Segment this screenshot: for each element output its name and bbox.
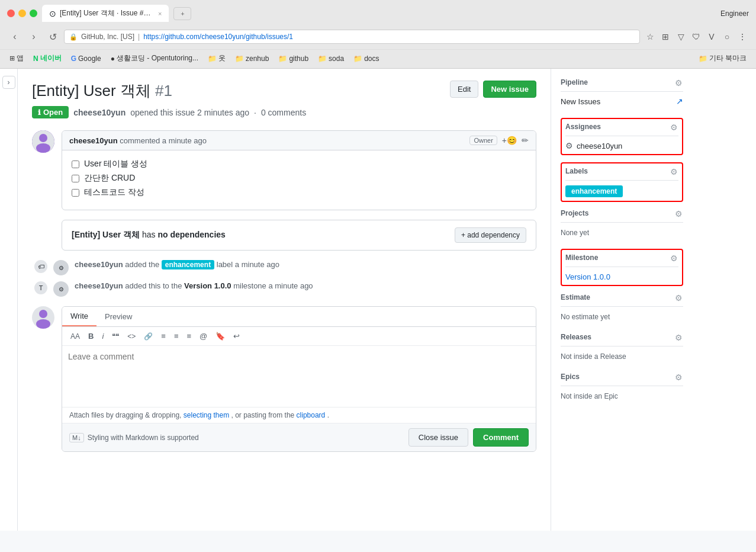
commenter-avatar <box>32 130 54 153</box>
releases-header: Releases ⚙ <box>561 333 683 346</box>
assignees-gear-icon[interactable]: ⚙ <box>670 123 678 131</box>
checkbox-label-1: User 테이블 생성 <box>84 159 147 169</box>
comment-textarea[interactable] <box>68 352 530 399</box>
releases-value: Not inside a Release <box>561 352 626 361</box>
toolbar-bold-btn[interactable]: B <box>86 330 96 342</box>
label-activity-avatar: ⚙ <box>53 260 69 275</box>
add-reaction-btn[interactable]: +😊 <box>502 136 517 145</box>
forward-btn[interactable]: › <box>26 29 41 44</box>
issue-comments: 0 comments <box>261 108 306 117</box>
svg-point-1 <box>39 134 47 142</box>
add-dependency-btn[interactable]: + add dependency <box>455 227 526 243</box>
enhancement-label-chip: enhancement <box>162 260 214 269</box>
lock-icon: 🔒 <box>69 33 78 41</box>
main-content: [Entity] User 객체 #1 Edit New issue ℹ Ope… <box>18 69 551 531</box>
checkbox-3[interactable] <box>72 189 79 197</box>
write-tabs: Write Preview <box>62 307 536 327</box>
shield-icon[interactable]: 🛡 <box>690 30 703 43</box>
toolbar-task-btn[interactable]: ≡ <box>185 330 194 342</box>
write-footer-actions: M↓ Styling with Markdown is supported Cl… <box>62 423 536 451</box>
checkbox-1[interactable] <box>72 161 79 168</box>
comment-button[interactable]: Comment <box>473 428 529 447</box>
attach-clipboard-link[interactable]: clipboard <box>297 411 326 419</box>
toolbar-reply-btn[interactable]: ↩ <box>231 330 242 342</box>
labels-gear-icon[interactable]: ⚙ <box>670 167 678 175</box>
bookmark-zenhub[interactable]: 📁zenhub <box>233 53 271 64</box>
toolbar-ol-btn[interactable]: ≡ <box>172 330 181 342</box>
pipeline-value: New Issues <box>561 97 600 106</box>
dependency-text: [Entity] User 객체 has no dependencies <box>72 230 226 240</box>
bookmark-soda[interactable]: 📁soda <box>316 53 346 64</box>
edit-comment-btn[interactable]: ✏ <box>522 136 529 145</box>
write-toolbar: AA B i ❝❝ <> 🔗 ≡ ≡ ≡ @ 🔖 ↩ <box>62 327 536 346</box>
filter-icon[interactable]: ▽ <box>674 30 687 43</box>
sidebar-panel: › <box>0 69 18 531</box>
preview-tab[interactable]: Preview <box>96 307 140 326</box>
new-issue-button[interactable]: New issue <box>483 81 536 98</box>
extensions-icon[interactable]: ⊞ <box>659 30 672 43</box>
bookmark-coding[interactable]: ●생활코딩 - Opentutoring... <box>108 52 201 65</box>
toolbar-code-btn[interactable]: <> <box>125 331 138 342</box>
page-wrapper: › [Entity] User 객체 #1 Edit New issue ℹ O… <box>0 69 756 531</box>
write-avatar <box>32 306 54 329</box>
bookmark-other[interactable]: 📁기타 북마크 <box>696 52 749 65</box>
refresh-btn[interactable]: ↺ <box>45 29 60 44</box>
account-icon[interactable]: ○ <box>720 30 734 43</box>
milestone-title: Milestone <box>565 253 598 262</box>
pipeline-gear-icon[interactable]: ⚙ <box>675 78 683 86</box>
comment-time: commented a minute ago <box>120 136 207 145</box>
star-icon[interactable]: ☆ <box>644 30 657 43</box>
toolbar-mention-btn[interactable]: @ <box>197 330 210 342</box>
pipeline-header: Pipeline ⚙ <box>561 78 683 92</box>
address-provider: GitHub, Inc. [US] <box>81 33 134 41</box>
estimate-gear-icon[interactable]: ⚙ <box>675 293 683 301</box>
close-window-btn[interactable] <box>7 9 15 17</box>
projects-gear-icon[interactable]: ⚙ <box>675 209 683 217</box>
back-btn[interactable]: ‹ <box>7 29 22 44</box>
bookmark-apps[interactable]: ⊞앱 <box>7 52 26 65</box>
tab-title: [Entity] User 객체 · Issue #1 · c... <box>60 8 155 18</box>
menu-icon[interactable]: ⋮ <box>736 30 749 43</box>
toolbar-ul-btn[interactable]: ≡ <box>159 330 168 342</box>
toolbar-link-btn[interactable]: 🔗 <box>141 331 155 342</box>
new-tab-btn[interactable]: + <box>173 7 191 20</box>
pipeline-title: Pipeline <box>561 78 588 86</box>
toolbar-quote-btn[interactable]: ❝❝ <box>110 331 121 342</box>
bookmark-clothes[interactable]: 📁옷 <box>205 52 228 65</box>
write-container: Write Preview AA B i ❝❝ <> 🔗 ≡ ≡ ≡ @ 🔖 ↩ <box>32 306 536 452</box>
comment-header-left: cheese10yun commented a minute ago <box>69 136 207 145</box>
bookmark-docs[interactable]: 📁docs <box>351 53 381 64</box>
projects-section: Projects ⚙ None yet <box>561 209 683 237</box>
checkbox-2[interactable] <box>72 175 79 182</box>
milestone-gear-icon[interactable]: ⚙ <box>670 253 678 262</box>
svg-point-5 <box>36 319 50 329</box>
edit-button[interactable]: Edit <box>450 81 478 98</box>
address-bar[interactable]: 🔒 GitHub, Inc. [US] | https://github.com… <box>64 30 640 44</box>
labels-section-highlight: Labels ⚙ enhancement <box>561 162 683 202</box>
maximize-window-btn[interactable] <box>30 9 37 17</box>
write-avatar-area <box>32 306 54 452</box>
toolbar-aa-btn[interactable]: AA <box>68 331 82 342</box>
write-area <box>62 346 536 407</box>
comment-container: cheese10yun commented a minute ago Owner… <box>32 130 536 210</box>
toolbar-bookmark-btn[interactable]: 🔖 <box>213 330 227 342</box>
releases-gear-icon[interactable]: ⚙ <box>675 333 683 341</box>
markdown-hint: M↓ Styling with Markdown is supported <box>69 433 199 442</box>
nav-icons: ☆ ⊞ ▽ 🛡 V ○ ⋮ <box>644 30 749 43</box>
close-issue-button[interactable]: Close issue <box>408 428 468 447</box>
attach-select-link[interactable]: selecting them <box>184 411 229 419</box>
write-tab[interactable]: Write <box>62 307 96 326</box>
sidebar-toggle-btn[interactable]: › <box>2 76 15 89</box>
minimize-window-btn[interactable] <box>18 9 26 17</box>
estimate-header: Estimate ⚙ <box>561 293 683 307</box>
browser-tab[interactable]: ⊙ [Entity] User 객체 · Issue #1 · c... × <box>42 5 169 22</box>
bookmark-google[interactable]: GGoogle <box>69 53 104 64</box>
vpn-icon[interactable]: V <box>705 30 718 43</box>
close-tab-btn[interactable]: × <box>158 10 162 17</box>
bookmark-github[interactable]: 📁github <box>276 53 311 64</box>
toolbar-italic-btn[interactable]: i <box>99 330 106 342</box>
bookmark-naver[interactable]: N네이버 <box>31 52 64 65</box>
label-activity-text: cheese10yun added the enhancement label … <box>75 260 279 269</box>
owner-badge: Owner <box>469 136 497 145</box>
epics-gear-icon[interactable]: ⚙ <box>675 373 683 381</box>
